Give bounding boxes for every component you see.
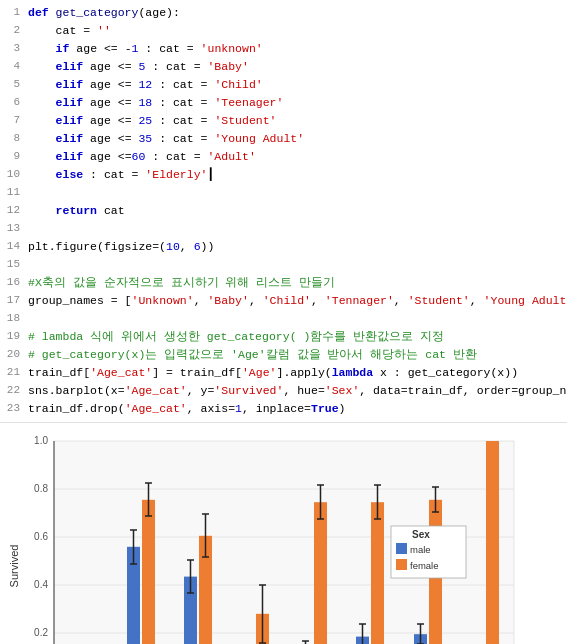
code-line-19: 19 # lambda 식에 위에서 생성한 get_category( )함수… xyxy=(0,328,567,346)
bar-elderly-female xyxy=(486,441,499,644)
code-line-12: 12 return cat xyxy=(0,202,567,220)
svg-text:0.8: 0.8 xyxy=(34,483,48,494)
code-line-23: 23 train_df.drop('Age_cat', axis=1, inpl… xyxy=(0,400,567,418)
code-line-21: 21 train_df['Age_cat'] = train_df['Age']… xyxy=(0,364,567,382)
code-line-4: 4 elif age <= 5 : cat = 'Baby' xyxy=(0,58,567,76)
svg-text:Sex: Sex xyxy=(412,529,430,540)
bar-youngadult-female xyxy=(371,502,384,644)
code-line-18: 18 xyxy=(0,310,567,328)
chart-section: 0.0 0.2 0.4 0.6 0.8 1.0 Survived xyxy=(0,423,567,644)
svg-text:Survived: Survived xyxy=(8,545,20,588)
code-line-7: 7 elif age <= 25 : cat = 'Student' xyxy=(0,112,567,130)
code-line-16: 16 #X축의 값을 순자적으로 표시하기 위해 리스트 만들기 xyxy=(0,274,567,292)
bar-baby-female xyxy=(142,500,155,644)
code-line-9: 9 elif age <=60 : cat = 'Adult' xyxy=(0,148,567,166)
code-line-15: 15 xyxy=(0,256,567,274)
code-section: 1 def get_category(age): 2 cat = '' 3 if… xyxy=(0,0,567,423)
main-container: 1 def get_category(age): 2 cat = '' 3 if… xyxy=(0,0,567,644)
code-line-3: 3 if age <= -1 : cat = 'unknown' xyxy=(0,40,567,58)
code-line-10: 10 else : cat = 'Elderly'┃ xyxy=(0,166,567,184)
code-line-1: 1 def get_category(age): xyxy=(0,4,567,22)
svg-text:female: female xyxy=(410,560,439,571)
svg-text:1.0: 1.0 xyxy=(34,435,48,446)
code-line-5: 5 elif age <= 12 : cat = 'Child' xyxy=(0,76,567,94)
code-line-22: 22 sns.barplot(x='Age_cat', y='Survived'… xyxy=(0,382,567,400)
code-line-2: 2 cat = '' xyxy=(0,22,567,40)
code-line-13: 13 xyxy=(0,220,567,238)
svg-text:0.4: 0.4 xyxy=(34,579,48,590)
svg-text:male: male xyxy=(410,544,431,555)
svg-text:0.6: 0.6 xyxy=(34,531,48,542)
svg-text:0.2: 0.2 xyxy=(34,627,48,638)
code-line-20: 20 # get_category(x)는 입력값으로 'Age'칼럼 값을 받… xyxy=(0,346,567,364)
code-line-14: 14 plt.figure(figsize=(10, 6)) xyxy=(0,238,567,256)
bar-chart: 0.0 0.2 0.4 0.6 0.8 1.0 Survived xyxy=(6,431,561,644)
code-line-8: 8 elif age <= 35 : cat = 'Young Adult' xyxy=(0,130,567,148)
svg-rect-63 xyxy=(396,543,407,554)
svg-rect-65 xyxy=(396,559,407,570)
code-line-6: 6 elif age <= 18 : cat = 'Teenager' xyxy=(0,94,567,112)
code-line-17: 17 group_names = ['Unknown', 'Baby', 'Ch… xyxy=(0,292,567,310)
bar-student-female xyxy=(314,502,327,644)
code-line-11: 11 xyxy=(0,184,567,202)
